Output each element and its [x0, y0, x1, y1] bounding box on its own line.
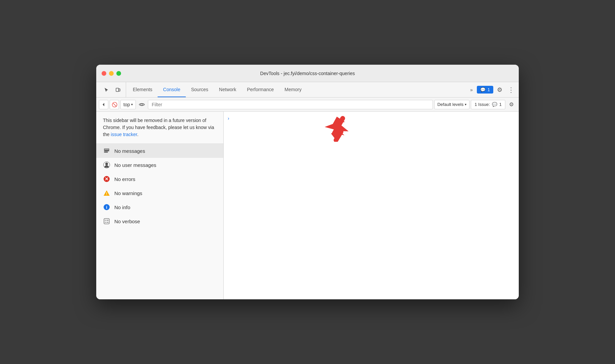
tab-elements[interactable]: Elements [127, 82, 158, 97]
fullscreen-button[interactable] [116, 71, 121, 76]
svg-marker-19 [324, 115, 350, 142]
log-levels-dropdown[interactable]: Default levels ▾ [434, 100, 469, 109]
filter-label-info: No info [114, 204, 130, 210]
filter-label-messages: No messages [114, 148, 145, 154]
svg-rect-17 [106, 220, 109, 221]
svg-rect-1 [119, 89, 120, 91]
settings-gear-icon[interactable]: ⚙ [495, 85, 505, 95]
filter-item-errors[interactable]: ✕ No errors [96, 172, 223, 186]
messages-icon [103, 147, 110, 155]
console-toolbar: 🚫 top ▾ Default levels ▾ 1 Issue: 💬 1 ⚙ [96, 98, 519, 112]
tab-icon-group [99, 82, 126, 97]
svg-text:i: i [106, 205, 107, 210]
tab-console[interactable]: Console [158, 82, 185, 97]
filter-item-verbose[interactable]: No verbose [96, 214, 223, 228]
close-button[interactable] [102, 71, 106, 76]
svg-point-15 [105, 220, 106, 221]
clear-messages-button[interactable]: 🚫 [110, 100, 119, 109]
filter-list: No messages No user messages [96, 144, 223, 228]
filter-input[interactable] [148, 100, 433, 109]
console-sidebar: This sidebar will be removed in a future… [96, 112, 224, 299]
issue-tracker-link[interactable]: issue tracker [111, 132, 137, 137]
svg-point-16 [105, 222, 106, 223]
tabs-bar: Elements Console Sources Network Perform… [96, 82, 519, 98]
device-toolbar-icon[interactable] [113, 85, 123, 95]
warning-icon: ! [103, 189, 110, 197]
tabs-right: » 💬 1 ⚙ ⋮ [467, 82, 516, 97]
main-content: This sidebar will be removed in a future… [96, 112, 519, 299]
title-bar: DevTools - jec.fyi/demo/css-container-qu… [96, 65, 519, 82]
info-icon: i [103, 203, 110, 211]
console-output-area: › [224, 112, 519, 299]
filter-item-info[interactable]: i No info [96, 200, 223, 214]
devtools-window: DevTools - jec.fyi/demo/css-container-qu… [96, 65, 519, 299]
tab-memory[interactable]: Memory [279, 82, 307, 97]
svg-text:✕: ✕ [105, 176, 109, 182]
window-title: DevTools - jec.fyi/demo/css-container-qu… [260, 71, 355, 76]
minimize-button[interactable] [109, 71, 114, 76]
issues-text: 1 Issue: [474, 102, 490, 107]
verbose-icon [103, 218, 110, 225]
context-dropdown-icon: ▾ [131, 103, 133, 106]
log-levels-chevron: ▾ [465, 103, 466, 106]
issue-badge[interactable]: 💬 1 [477, 86, 493, 94]
issues-number: 1 [499, 102, 502, 107]
filter-label-errors: No errors [114, 176, 135, 182]
tab-network[interactable]: Network [214, 82, 241, 97]
more-tabs-button[interactable]: » [467, 86, 476, 94]
issue-icon: 💬 [480, 87, 486, 92]
cursor-icon[interactable] [102, 85, 112, 95]
error-icon: ✕ [103, 175, 110, 183]
svg-rect-14 [104, 219, 109, 224]
traffic-lights [102, 71, 121, 76]
tab-sources[interactable]: Sources [186, 82, 214, 97]
annotation-arrow [324, 115, 351, 142]
issue-count: 1 [488, 87, 490, 92]
svg-rect-0 [116, 88, 119, 92]
context-label: top [123, 102, 130, 107]
issues-counter[interactable]: 1 Issue: 💬 1 [471, 100, 505, 109]
console-prompt-icon[interactable]: › [226, 114, 231, 122]
svg-point-6 [105, 163, 108, 165]
console-settings-icon[interactable]: ⚙ [507, 100, 516, 109]
svg-rect-5 [104, 152, 108, 153]
context-selector[interactable]: top ▾ [120, 100, 136, 109]
user-icon [103, 161, 110, 169]
svg-text:!: ! [106, 192, 107, 196]
back-button[interactable] [99, 100, 108, 109]
filter-item-messages[interactable]: No messages [96, 144, 223, 158]
filter-label-verbose: No verbose [114, 219, 140, 224]
sidebar-notice: This sidebar will be removed in a future… [96, 112, 223, 144]
svg-rect-18 [106, 222, 109, 223]
filter-item-user[interactable]: No user messages [96, 158, 223, 172]
filter-label-user: No user messages [114, 162, 156, 168]
filter-item-warnings[interactable]: ! No warnings [96, 186, 223, 200]
filter-label-warnings: No warnings [114, 190, 142, 196]
more-options-icon[interactable]: ⋮ [506, 85, 516, 95]
live-expressions-button[interactable] [137, 100, 147, 109]
svg-rect-4 [104, 150, 109, 151]
issue-count-icon: 💬 [492, 102, 497, 107]
tab-performance[interactable]: Performance [241, 82, 279, 97]
svg-point-2 [141, 104, 143, 106]
log-levels-label: Default levels [437, 102, 463, 107]
svg-rect-3 [104, 149, 109, 150]
